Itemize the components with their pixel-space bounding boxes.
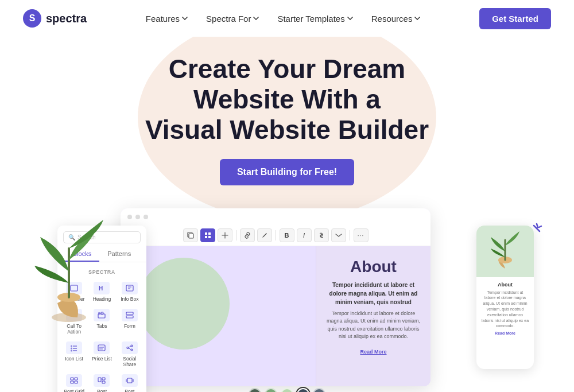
swatch-2[interactable] <box>265 388 277 392</box>
svg-point-15 <box>71 350 72 351</box>
svg-rect-40 <box>208 236 211 238</box>
block-post-grid[interactable]: Post Grid <box>61 371 87 392</box>
svg-rect-26 <box>75 378 77 380</box>
logo[interactable]: S spectra <box>23 9 87 28</box>
nav-item-starter-templates[interactable]: Starter Templates <box>277 14 352 24</box>
price-list-icon <box>94 341 110 354</box>
mobile-body-text: Tempor incididunt ut labore et dolore ma… <box>481 290 529 329</box>
about-bold-text: Tempor incididunt ut labore et dolore ma… <box>325 281 421 306</box>
svg-rect-31 <box>102 381 105 383</box>
block-info-box[interactable]: Info Box <box>117 278 143 304</box>
block-form[interactable]: Form <box>117 305 143 337</box>
sparkle-decoration <box>525 223 542 240</box>
svg-rect-37 <box>205 232 207 235</box>
toolbar-strip: B I ··· <box>121 226 430 246</box>
mobile-about-label: About <box>481 282 529 288</box>
block-social-share[interactable]: Social Share <box>117 338 143 370</box>
nav-item-resources[interactable]: Resources <box>371 14 421 24</box>
svg-rect-29 <box>98 378 101 382</box>
toolbar-sep-1 <box>236 230 236 240</box>
post-carousel-icon <box>122 374 138 387</box>
icon-list-icon <box>66 341 82 354</box>
hero-section: Create Your Dream Website With a Visual … <box>0 37 574 392</box>
about-body-text: Tempor incididunt ut labore et dolore ma… <box>325 310 421 341</box>
swatch-4[interactable] <box>297 388 309 392</box>
toolbar-link-btn[interactable] <box>240 228 255 242</box>
svg-line-24 <box>129 348 131 350</box>
svg-line-46 <box>534 226 540 231</box>
browser-bar <box>121 208 430 226</box>
toolbar-pen-btn[interactable] <box>257 228 272 242</box>
toolbar-chain-btn[interactable] <box>314 228 329 242</box>
block-price-list[interactable]: Price List <box>88 338 115 370</box>
svg-line-47 <box>537 224 538 227</box>
plant-image <box>29 203 109 329</box>
about-heading: About <box>325 258 421 276</box>
swatch-1[interactable] <box>249 388 261 392</box>
toolbar-copy-btn[interactable] <box>183 228 198 242</box>
svg-rect-9 <box>126 312 133 315</box>
browser-dot-red <box>127 215 132 219</box>
get-started-button[interactable]: Get Started <box>479 8 551 29</box>
hero-content: Create Your Dream Website With a Visual … <box>0 54 574 203</box>
mobile-content: About Tempor incididunt ut labore et dol… <box>476 277 534 340</box>
svg-rect-17 <box>98 345 105 351</box>
svg-rect-32 <box>127 378 132 383</box>
svg-rect-39 <box>205 236 207 238</box>
read-more-link[interactable]: Read More <box>360 349 386 355</box>
hero-cta-button[interactable]: Start Building for Free! <box>220 159 354 185</box>
svg-rect-27 <box>71 381 73 383</box>
svg-rect-2 <box>126 285 133 291</box>
mobile-read-more[interactable]: Read More <box>481 331 529 335</box>
browser-dot-yellow <box>135 215 140 219</box>
svg-point-22 <box>131 349 133 351</box>
swatch-5[interactable] <box>313 388 325 392</box>
block-post-carousel[interactable]: Post Carousel <box>117 371 143 392</box>
post-grid-icon <box>66 374 82 387</box>
swatch-3[interactable] <box>281 388 293 392</box>
content-right: About Tempor incididunt ut labore et dol… <box>316 246 430 386</box>
svg-line-23 <box>129 346 131 348</box>
toolbar-more-btn[interactable]: ··· <box>354 228 369 242</box>
toolbar-sep-3 <box>350 230 350 240</box>
svg-rect-36 <box>189 234 193 238</box>
svg-point-20 <box>131 345 133 347</box>
block-icon-list[interactable]: Icon List <box>61 338 87 370</box>
form-icon <box>122 309 138 321</box>
mobile-panel: About Tempor incididunt ut labore et dol… <box>476 226 534 369</box>
nav-links: Features Spectra For Starter Templates R… <box>146 14 421 24</box>
toolbar-move-btn[interactable] <box>218 228 232 242</box>
svg-point-11 <box>71 345 72 347</box>
svg-point-13 <box>71 347 72 349</box>
info-box-icon <box>122 282 138 294</box>
browser-window: B I ··· About Tempor incididunt ut labor… <box>121 208 430 386</box>
browser-dot-green <box>144 215 148 219</box>
toolbar-italic-btn[interactable]: I <box>297 228 312 242</box>
post-masonry-icon <box>94 374 110 387</box>
nav-item-spectra-for[interactable]: Spectra For <box>206 14 259 24</box>
browser-content: About Tempor incididunt ut labore et dol… <box>121 246 430 386</box>
nav-item-features[interactable]: Features <box>146 14 188 24</box>
svg-rect-10 <box>126 316 133 318</box>
hero-title: Create Your Dream Website With a Visual … <box>115 54 459 145</box>
toolbar-sep-2 <box>276 230 276 240</box>
toolbar-bold-btn[interactable]: B <box>280 228 294 242</box>
svg-point-21 <box>127 347 129 348</box>
color-swatches <box>249 388 325 392</box>
social-share-icon <box>122 341 138 354</box>
toolbar-grid-btn[interactable] <box>200 228 215 242</box>
block-post-masonry[interactable]: Post Masonry <box>88 371 115 392</box>
content-left <box>121 246 316 386</box>
svg-rect-30 <box>102 378 105 380</box>
logo-icon: S <box>23 9 41 28</box>
svg-rect-28 <box>75 381 77 383</box>
navbar: S spectra Features Spectra For Starter T… <box>0 0 574 37</box>
svg-rect-38 <box>208 232 211 235</box>
toolbar-dropdown-btn[interactable] <box>331 228 346 242</box>
demo-area: 🔍 Search Blocks Patterns SPECTRA Contain… <box>0 208 574 392</box>
logo-text: spectra <box>46 12 87 25</box>
svg-rect-25 <box>71 378 73 380</box>
svg-line-48 <box>539 226 541 227</box>
